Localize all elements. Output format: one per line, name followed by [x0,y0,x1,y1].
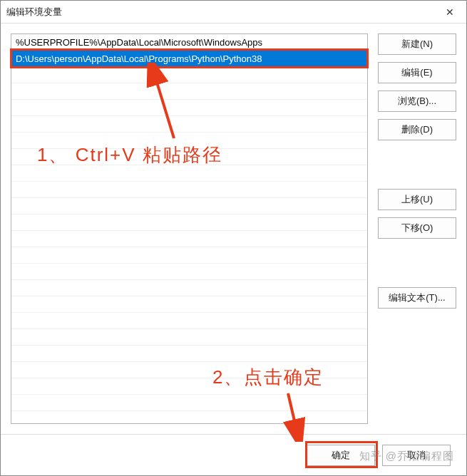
edit-text-button[interactable]: 编辑文本(T)... [378,287,456,309]
close-icon: ✕ [446,6,454,18]
list-item-empty[interactable] [11,100,367,116]
list-item-empty[interactable] [11,67,367,83]
list-item-empty[interactable] [11,296,367,313]
list-item-empty[interactable] [11,346,367,362]
move-up-button[interactable]: 上移(U) [378,189,456,210]
list-item-empty[interactable] [11,149,367,165]
list-item-empty[interactable] [11,280,367,296]
cancel-button[interactable]: 取消 [382,445,451,466]
list-item-empty[interactable] [11,264,367,280]
list-item[interactable]: D:\Users\person\AppData\Local\Programs\P… [11,51,367,67]
list-item-empty[interactable] [11,231,367,247]
list-item-empty[interactable] [11,313,367,329]
dialog-footer: 确定 取消 [1,434,466,475]
new-button[interactable]: 新建(N) [378,33,456,55]
move-down-button[interactable]: 下移(O) [378,217,456,239]
list-item-empty[interactable] [11,165,367,182]
list-item-empty[interactable] [11,198,367,214]
list-item[interactable]: %USERPROFILE%\AppData\Local\Microsoft\Wi… [11,34,367,51]
delete-button[interactable]: 删除(D) [378,119,456,140]
edit-button[interactable]: 编辑(E) [378,62,456,83]
list-item-empty[interactable] [11,247,367,264]
button-column: 新建(N) 编辑(E) 浏览(B)... 删除(D) 上移(U) 下移(O) 编… [378,33,456,424]
list-item-empty[interactable] [11,133,367,149]
titlebar: 编辑环境变量 ✕ [1,1,466,24]
window-title: 编辑环境变量 [6,6,62,19]
list-item-empty[interactable] [11,395,367,411]
list-item-empty[interactable] [11,362,367,378]
list-item-empty[interactable] [11,116,367,133]
list-item-empty[interactable] [11,83,367,100]
list-item-empty[interactable] [11,182,367,198]
list-item-empty[interactable] [11,329,367,346]
ok-button[interactable]: 确定 [307,445,375,466]
list-item-empty[interactable] [11,378,367,395]
content-area: %USERPROFILE%\AppData\Local\Microsoft\Wi… [1,24,466,434]
dialog-window: 编辑环境变量 ✕ %USERPROFILE%\AppData\Local\Mic… [0,0,467,476]
list-item-empty[interactable] [11,214,367,231]
browse-button[interactable]: 浏览(B)... [378,90,456,112]
path-list[interactable]: %USERPROFILE%\AppData\Local\Microsoft\Wi… [11,33,368,424]
close-button[interactable]: ✕ [433,1,466,24]
